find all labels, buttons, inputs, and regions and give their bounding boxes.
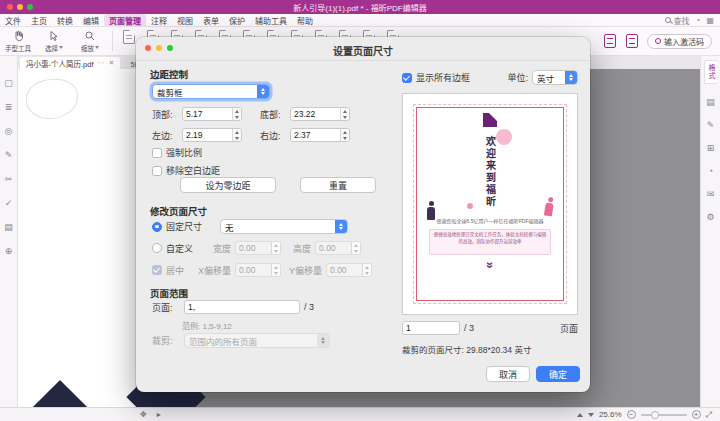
find-button[interactable]: 查找 — [665, 15, 690, 26]
left-margin-input[interactable]: 2.19 — [182, 128, 242, 142]
menu-accessibility[interactable]: 辅助工具 — [250, 14, 292, 27]
hand-tool-button[interactable]: 手型工具 — [0, 28, 36, 55]
minimize-window-button[interactable] — [17, 4, 23, 10]
dialog-divider — [136, 60, 590, 61]
scan-tool-button[interactable] — [599, 30, 621, 52]
resize-section-title: 修改页面尺寸 — [150, 204, 207, 218]
comments-panel-icon[interactable]: ✎ — [5, 150, 13, 160]
crop-scope-label: 裁剪: — [152, 334, 180, 347]
crop-scope-select: 范围内的所有页面 — [184, 333, 330, 348]
stepper-icon[interactable] — [340, 129, 349, 141]
right-panel-rail: 格式 ▤ ✎ ⊞ ◔ ✉ ⚙ — [700, 56, 720, 407]
set-zero-margin-button[interactable]: 设为零边距 — [180, 177, 276, 193]
menu-convert[interactable]: 转换 — [52, 14, 78, 27]
menu-page-management[interactable]: 页面管理 — [104, 14, 146, 27]
preview-page-input[interactable]: 1 — [402, 321, 460, 335]
format-panel-tab[interactable]: 格式 — [704, 60, 717, 84]
menu-edit[interactable]: 编辑 — [78, 14, 104, 27]
menu-form[interactable]: 表单 — [198, 14, 224, 27]
thumbnails-panel-icon[interactable]: ≣ — [5, 102, 13, 112]
person-illustration-left — [426, 201, 436, 223]
properties-panel-icon[interactable]: ▤ — [706, 97, 715, 107]
app-window: 新人引导(1)(1).pdf * - 福昕PDF编辑器 文件 主页 转换 编辑 … — [0, 0, 720, 421]
settings-panel-icon[interactable]: ⚙ — [706, 212, 714, 222]
stepper-icon[interactable] — [340, 108, 349, 120]
right-margin-input[interactable]: 2.37 — [290, 128, 350, 142]
constrain-proportions-checkbox[interactable]: 强制比例 — [152, 146, 202, 159]
share-panel-icon[interactable]: ✉ — [707, 189, 715, 199]
statusbar-hand-tool-icon[interactable]: ✥ — [140, 410, 147, 419]
checkbox-icon — [152, 148, 162, 158]
find-label: 查找 — [674, 15, 690, 26]
fullscreen-icon[interactable]: ⤢ — [706, 410, 712, 420]
tab-more-icon[interactable]: ⋯ — [98, 59, 105, 67]
close-window-button[interactable] — [7, 4, 13, 10]
statusbar-select-tool-icon[interactable]: ▸ — [157, 410, 161, 419]
enter-activation-code-button[interactable]: 输入激活码 — [647, 34, 712, 49]
unit-select[interactable]: 英寸 — [532, 70, 578, 85]
select-tool-button[interactable]: 选择 — [36, 28, 72, 55]
menu-protect[interactable]: 保护 — [224, 14, 250, 27]
box-type-select[interactable]: 裁剪框 — [152, 84, 270, 99]
menu-help[interactable]: 帮助 — [292, 14, 318, 27]
fixed-size-radio[interactable] — [152, 222, 162, 232]
cancel-button[interactable]: 取消 — [486, 366, 530, 382]
toolbar-divider — [112, 31, 113, 51]
search-icon — [665, 17, 671, 23]
zoom-in-button[interactable]: + — [692, 410, 701, 419]
history-panel-icon[interactable]: ◔ — [708, 166, 713, 176]
zoom-out-button[interactable]: − — [627, 410, 636, 419]
notification-icon[interactable]: ◔ — [696, 16, 701, 25]
height-label: 高度 — [293, 242, 311, 255]
welcome-tagline: 感谢您和全球6.5亿用户一样信任福昕PDF编辑器 — [424, 217, 556, 224]
ok-button[interactable]: 确定 — [536, 366, 580, 382]
attachments-panel-icon[interactable]: ✂ — [5, 174, 13, 184]
zoom-tool-button[interactable]: 缩放 — [72, 28, 108, 55]
thumbnails-tool-icon[interactable] — [123, 30, 135, 44]
layers-panel-icon[interactable]: ▤ — [4, 222, 13, 232]
layout-grid-icon[interactable]: ▦ — [706, 16, 714, 25]
tab-close-icon[interactable]: ✕ — [109, 59, 115, 67]
stepper-icon[interactable] — [232, 108, 241, 120]
align-panel-icon[interactable]: ⊞ — [707, 143, 715, 153]
stepper-icon — [271, 264, 280, 276]
edit-panel-icon[interactable]: ✎ — [707, 120, 715, 130]
height-input: 0.00 — [315, 241, 361, 255]
menu-file[interactable]: 文件 — [0, 14, 26, 27]
page-range-section-title: 页面范围 — [150, 286, 188, 300]
reset-button[interactable]: 重置 — [300, 177, 376, 193]
fixed-size-select[interactable]: 无 — [220, 219, 348, 234]
menu-comment[interactable]: 注释 — [146, 14, 172, 27]
destinations-panel-icon[interactable]: ⊕ — [5, 246, 13, 256]
box-type-value: 裁剪框 — [153, 85, 257, 98]
search-panel-icon[interactable]: ◎ — [5, 126, 13, 136]
checkbox-icon — [152, 166, 162, 176]
pink-dot-decoration — [467, 203, 473, 209]
pdf-page[interactable] — [18, 69, 136, 407]
menu-view[interactable]: 视图 — [172, 14, 198, 27]
show-all-borders-checkbox[interactable] — [402, 73, 412, 83]
top-margin-input[interactable]: 5.17 — [182, 107, 242, 121]
width-input: 0.00 — [235, 241, 281, 255]
signature-panel-icon[interactable]: ✓ — [5, 198, 13, 208]
remove-blank-margins-checkbox[interactable]: 移除空白边距 — [152, 164, 220, 177]
document-tab-active[interactable]: 冯小惠-个人简历.pdf ⋯ ✕ — [20, 57, 120, 69]
fixed-size-label: 固定尺寸 — [166, 220, 202, 233]
menu-home[interactable]: 主页 — [26, 14, 52, 27]
next-page-icon[interactable] — [588, 413, 594, 417]
page-preview-panel[interactable]: 欢迎来到福昕 感谢您和全球6.5亿用户一样信任福昕PDF编辑器 便捷高效地处理日… — [402, 93, 578, 315]
select-tool-label: 选择 — [45, 43, 58, 53]
custom-size-radio[interactable] — [152, 243, 162, 253]
bottom-margin-input[interactable]: 23.22 — [290, 107, 350, 121]
left-panel-rail: ▢ ≣ ◎ ✎ ✂ ✓ ▤ ⊕ — [0, 56, 18, 407]
bookmarks-panel-icon[interactable]: ▢ — [4, 78, 13, 88]
zoom-slider[interactable] — [641, 414, 687, 416]
maximize-window-button[interactable] — [27, 4, 33, 10]
select-arrows-icon — [257, 85, 269, 98]
width-label: 宽度 — [213, 242, 231, 255]
zoom-slider-thumb[interactable] — [651, 411, 659, 419]
page-range-input[interactable]: 1, — [184, 300, 300, 314]
previous-page-icon[interactable] — [577, 413, 583, 417]
batch-tool-button[interactable] — [621, 30, 643, 52]
stepper-icon[interactable] — [232, 129, 241, 141]
